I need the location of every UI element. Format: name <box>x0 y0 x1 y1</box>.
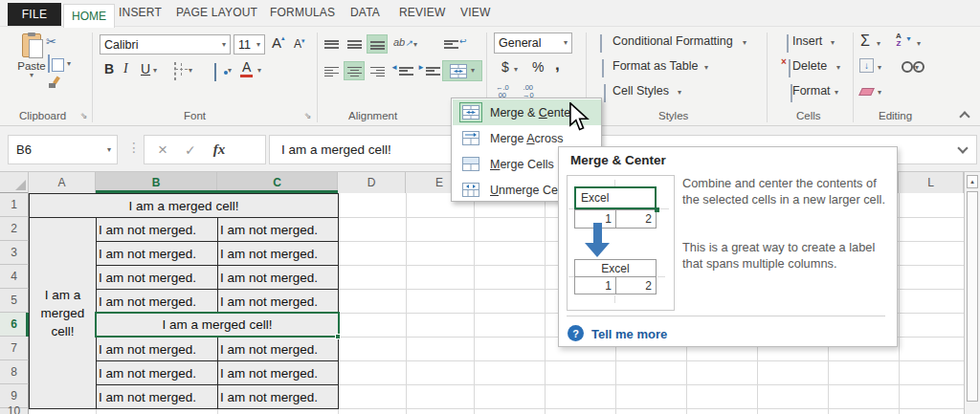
cancel-button[interactable]: × <box>158 141 167 160</box>
italic-button[interactable]: I <box>123 61 128 76</box>
font-size-select[interactable]: 11 ▾ <box>234 34 265 54</box>
clear-caret-icon[interactable]: ▾ <box>878 89 881 97</box>
cell-B2[interactable]: I am not merged. <box>96 217 218 242</box>
row-header-2[interactable]: 2 <box>0 217 29 241</box>
cell-C7[interactable]: I am not merged. <box>217 337 339 361</box>
name-box[interactable]: B6 ▾ <box>8 135 118 164</box>
col-header-D[interactable]: D <box>338 172 406 193</box>
copy-button[interactable] <box>48 54 50 73</box>
currency-caret-icon[interactable]: ▾ <box>514 66 518 74</box>
font-dialog-launcher[interactable]: ⇘ <box>304 112 312 120</box>
selected-merged-cell-B6-C6[interactable]: I am a merged cell! <box>95 312 340 338</box>
row-header-4[interactable]: 4 <box>0 265 29 289</box>
orientation-caret-icon[interactable]: ▾ <box>413 41 417 49</box>
fill-caret-icon[interactable]: ▾ <box>878 64 881 72</box>
row-header-6-selected[interactable]: 6 <box>0 313 29 337</box>
clipboard-dialog-launcher[interactable]: ⇘ <box>80 112 88 120</box>
scrollbar-thumb[interactable] <box>967 191 978 402</box>
cell-B3[interactable]: I am not merged. <box>96 241 218 266</box>
row-header-8[interactable]: 8 <box>0 360 29 384</box>
conditional-formatting-button[interactable]: Conditional Formatting <box>612 34 733 48</box>
currency-button[interactable]: $ <box>501 59 509 75</box>
format-as-table-button[interactable]: Format as Table <box>612 59 698 73</box>
format-button[interactable]: Format <box>792 84 831 98</box>
tab-view[interactable]: VIEW <box>460 6 490 19</box>
orientation-button[interactable]: ab↗ <box>393 36 412 48</box>
merged-cell-A1-C1[interactable]: I am a merged cell! <box>29 193 339 218</box>
cell-B4[interactable]: I am not merged. <box>96 265 218 290</box>
middle-align-button[interactable] <box>347 38 362 50</box>
delete-button[interactable]: Delete <box>792 59 827 73</box>
shrink-font-button[interactable]: A▾ <box>294 37 305 51</box>
borders-button[interactable] <box>174 62 176 80</box>
cell-C3[interactable]: I am not merged. <box>217 241 339 266</box>
format-as-table-caret-icon[interactable]: ▾ <box>704 64 708 72</box>
row-header-1[interactable]: 1 <box>0 193 29 217</box>
font-color-button[interactable]: A <box>242 59 251 75</box>
row-header-5[interactable]: 5 <box>0 289 29 313</box>
cell-C2[interactable]: I am not merged. <box>217 217 339 242</box>
find-select-caret-icon[interactable]: ▾ <box>915 64 919 72</box>
underline-button[interactable]: U <box>141 61 150 76</box>
cell-B7[interactable]: I am not merged. <box>96 337 218 361</box>
bold-button[interactable]: B <box>104 61 114 76</box>
insert-function-button[interactable]: fx <box>213 142 226 158</box>
cell-B8[interactable]: I am not merged. <box>96 360 218 385</box>
font-color-caret-icon[interactable]: ▾ <box>257 67 261 75</box>
top-align-button[interactable] <box>324 38 339 50</box>
fill-color-button[interactable] <box>214 63 216 81</box>
grow-font-button[interactable]: A▴ <box>272 34 285 51</box>
increase-indent-button[interactable]: ► <box>417 63 425 72</box>
formula-bar-drag-dots-icon[interactable]: ⋮ <box>127 140 141 155</box>
row-header-10[interactable]: 10 <box>0 408 29 414</box>
cell-styles-button[interactable]: Cell Styles <box>612 84 669 98</box>
autosum-button[interactable]: Σ <box>860 33 870 50</box>
fill-color-caret-icon[interactable]: ▾ <box>228 67 232 75</box>
cell-styles-caret-icon[interactable]: ▾ <box>678 89 681 97</box>
enter-button[interactable]: ✓ <box>185 142 196 158</box>
tab-file[interactable]: FILE <box>8 3 61 26</box>
font-family-select[interactable]: Calibri ▾ <box>100 34 231 54</box>
fill-handle[interactable] <box>335 334 341 339</box>
format-caret-icon[interactable]: ▾ <box>835 89 838 97</box>
copy-caret-icon[interactable]: ▾ <box>67 60 71 68</box>
align-left-button[interactable] <box>324 65 339 76</box>
cell-B5[interactable]: I am not merged. <box>96 289 218 314</box>
row-header-3[interactable]: 3 <box>0 241 29 265</box>
sort-caret-icon[interactable]: ▾ <box>917 40 921 48</box>
cell-C9[interactable]: I am not merged. <box>217 384 339 409</box>
comma-button[interactable]: , <box>555 55 560 75</box>
underline-caret-icon[interactable]: ▾ <box>153 67 157 75</box>
cell-C8[interactable]: I am not merged. <box>217 360 339 385</box>
cell-C4[interactable]: I am not merged. <box>217 265 339 290</box>
decrease-indent-button[interactable]: ◄ <box>390 63 398 72</box>
fill-button[interactable]: ↓ <box>859 58 874 73</box>
insert-button[interactable]: Insert <box>792 34 822 48</box>
scroll-up-button[interactable]: ▴ <box>967 175 978 188</box>
sort-filter-button[interactable]: AZ <box>896 33 902 48</box>
autosum-caret-icon[interactable]: ▾ <box>877 40 880 48</box>
col-header-L[interactable]: L <box>899 172 964 193</box>
conditional-formatting-caret-icon[interactable]: ▾ <box>743 39 746 47</box>
tell-me-more-link[interactable]: Tell me more <box>591 327 667 341</box>
number-format-select[interactable]: General ▾ <box>494 33 572 54</box>
delete-caret-icon[interactable]: ▾ <box>836 64 840 72</box>
row-header-7[interactable]: 7 <box>0 337 29 360</box>
select-all-corner[interactable] <box>0 172 29 193</box>
percent-button[interactable]: % <box>532 59 544 75</box>
align-right-button[interactable] <box>370 65 385 76</box>
borders-caret-icon[interactable]: ▾ <box>189 67 192 75</box>
insert-caret-icon[interactable]: ▾ <box>831 39 835 47</box>
tab-insert[interactable]: INSERT <box>119 6 162 19</box>
col-header-A[interactable]: A <box>29 172 96 193</box>
cell-C5[interactable]: I am not merged. <box>217 289 339 314</box>
wrap-text-button[interactable] <box>444 38 458 50</box>
tab-home-active[interactable]: HOME <box>63 4 115 28</box>
expand-formula-bar-chevron-icon[interactable] <box>957 142 968 153</box>
merge-center-button-selected[interactable]: ▾ <box>442 60 482 81</box>
merged-cell-A2-A9[interactable]: I am a merged cell! <box>29 217 97 409</box>
tab-data[interactable]: DATA <box>350 6 380 19</box>
tab-page-layout[interactable]: PAGE LAYOUT <box>176 6 257 19</box>
tab-formulas[interactable]: FORMULAS <box>270 6 335 19</box>
tab-review[interactable]: REVIEW <box>399 6 446 19</box>
